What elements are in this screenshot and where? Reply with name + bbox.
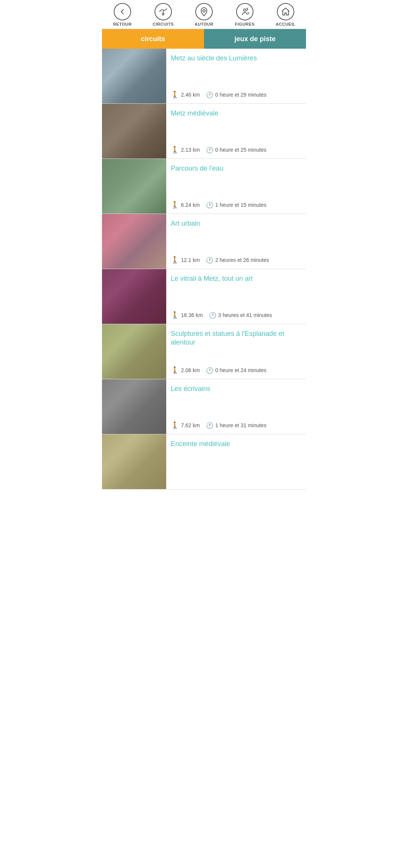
nav-autour[interactable]: AUTOUR [193, 3, 215, 26]
nav-accueil[interactable]: ACCUEIL [274, 3, 297, 26]
circuit-title: Les écrivains [171, 385, 301, 393]
nav-autour-label: AUTOUR [195, 22, 213, 26]
circuit-item[interactable]: Enceinte médiévale [102, 434, 306, 489]
walk-icon: 🚶 [171, 366, 179, 374]
circuit-duration: 🕐0 heure et 29 minutes [206, 91, 266, 98]
walk-icon: 🚶 [171, 421, 179, 429]
circuit-item[interactable]: Sculptures et statues à l'Esplanade et a… [102, 324, 306, 379]
walk-icon: 🚶 [171, 256, 179, 264]
circuit-distance: 🚶2.13 km [171, 146, 200, 154]
circuit-title: Le vitrail à Metz, tout un art [171, 274, 301, 283]
tabs-container: circuits jeux de piste [102, 29, 306, 49]
circuit-title: Art urbain [171, 219, 301, 228]
circuit-distance: 🚶12.1 km [171, 256, 200, 264]
home-icon [277, 3, 294, 20]
circuit-info: Le vitrail à Metz, tout un art🚶18.36 km🕐… [166, 269, 306, 324]
circuit-title: Sculptures et statues à l'Esplanade et a… [171, 329, 301, 347]
nav-figures-label: FIGURES [235, 22, 255, 26]
circuit-distance: 🚶2.06 km [171, 366, 200, 374]
walk-icon: 🚶 [171, 311, 179, 319]
circuit-duration: 🕐1 heure et 31 minutes [206, 422, 266, 429]
circuit-item[interactable]: Les écrivains🚶7.62 km🕐1 heure et 31 minu… [102, 379, 306, 434]
circuit-item[interactable]: Parcours de l'eau🚶6.24 km🕐1 heure et 15 … [102, 159, 306, 214]
circuit-duration: 🕐1 heure et 15 minutes [206, 202, 266, 209]
circuit-title: Metz médiévale [171, 109, 301, 118]
circuit-info: Art urbain🚶12.1 km🕐2 heures et 26 minute… [166, 214, 306, 269]
circuit-image [102, 214, 166, 269]
circuit-meta: 🚶6.24 km🕐1 heure et 15 minutes [171, 201, 301, 209]
nav-circuits[interactable]: CIRCUITS [152, 3, 175, 26]
nav-retour[interactable]: RETOUR [111, 3, 134, 26]
tab-jeux-de-piste[interactable]: jeux de piste [204, 29, 306, 49]
circuit-meta: 🚶2.46 km🕐0 heure et 29 minutes [171, 91, 301, 99]
svg-point-3 [244, 9, 246, 11]
circuit-item[interactable]: Metz médiévale🚶2.13 km🕐0 heure et 25 min… [102, 104, 306, 159]
circuit-item[interactable]: Le vitrail à Metz, tout un art🚶18.36 km🕐… [102, 269, 306, 324]
clock-icon: 🕐 [206, 202, 213, 209]
walk-icon: 🚶 [171, 146, 179, 154]
nav-accueil-label: ACCUEIL [276, 22, 295, 26]
circuit-image [102, 49, 166, 103]
circuit-image [102, 104, 166, 159]
circuit-meta: 🚶7.62 km🕐1 heure et 31 minutes [171, 421, 301, 429]
circuit-info: Sculptures et statues à l'Esplanade et a… [166, 324, 306, 379]
header-nav: RETOUR CIRCUITS AUTOUR FIGURES ACCUEIL [102, 0, 306, 29]
circuit-image [102, 324, 166, 379]
circuit-info: Metz médiévale🚶2.13 km🕐0 heure et 25 min… [166, 104, 306, 159]
circuit-image [102, 269, 166, 324]
walk-icon: 🚶 [171, 201, 179, 209]
circuit-item[interactable]: Art urbain🚶12.1 km🕐2 heures et 26 minute… [102, 214, 306, 269]
circuit-info: Enceinte médiévale [166, 434, 306, 489]
back-icon [114, 3, 131, 20]
clock-icon: 🕐 [206, 257, 213, 264]
tab-circuits[interactable]: circuits [102, 29, 204, 49]
circuit-duration: 🕐2 heures et 26 minutes [206, 257, 269, 264]
circuit-item[interactable]: Metz au siècle des Lumières🚶2.46 km🕐0 he… [102, 49, 306, 104]
walk-icon: 🚶 [171, 91, 179, 99]
circuit-meta: 🚶18.36 km🕐3 heures et 41 minutes [171, 311, 301, 319]
circuit-info: Les écrivains🚶7.62 km🕐1 heure et 31 minu… [166, 379, 306, 434]
clock-icon: 🕐 [206, 91, 213, 98]
nav-circuits-label: CIRCUITS [153, 22, 174, 26]
svg-point-2 [203, 10, 206, 12]
circuit-title: Enceinte médiévale [171, 440, 301, 448]
svg-point-0 [162, 13, 164, 15]
circuit-info: Metz au siècle des Lumières🚶2.46 km🕐0 he… [166, 49, 306, 103]
clock-icon: 🕐 [206, 367, 213, 374]
figures-icon [236, 3, 253, 20]
circuit-info: Parcours de l'eau🚶6.24 km🕐1 heure et 15 … [166, 159, 306, 214]
circuit-duration: 🕐0 heure et 25 minutes [206, 146, 266, 154]
circuit-list: Metz au siècle des Lumières🚶2.46 km🕐0 he… [102, 49, 306, 489]
circuit-duration: 🕐3 heures et 41 minutes [209, 312, 272, 319]
circuit-image [102, 379, 166, 434]
circuit-distance: 🚶6.24 km [171, 201, 200, 209]
circuit-meta: 🚶2.13 km🕐0 heure et 25 minutes [171, 146, 301, 154]
circuit-distance: 🚶18.36 km [171, 311, 203, 319]
autour-icon [195, 3, 213, 20]
circuit-image [102, 159, 166, 214]
circuit-meta: 🚶2.06 km🕐0 heure et 24 minutes [171, 366, 301, 374]
circuit-image [102, 434, 166, 489]
circuit-title: Parcours de l'eau [171, 164, 301, 173]
circuit-meta: 🚶12.1 km🕐2 heures et 26 minutes [171, 256, 301, 264]
circuits-icon [155, 3, 172, 20]
clock-icon: 🕐 [209, 312, 216, 319]
clock-icon: 🕐 [206, 146, 213, 154]
circuit-distance: 🚶2.46 km [171, 91, 200, 99]
clock-icon: 🕐 [206, 422, 213, 429]
circuit-duration: 🕐0 heure et 24 minutes [206, 367, 266, 374]
circuit-distance: 🚶7.62 km [171, 421, 200, 429]
circuit-title: Metz au siècle des Lumières [171, 54, 301, 63]
nav-retour-label: RETOUR [113, 22, 131, 26]
nav-figures[interactable]: FIGURES [233, 3, 256, 26]
